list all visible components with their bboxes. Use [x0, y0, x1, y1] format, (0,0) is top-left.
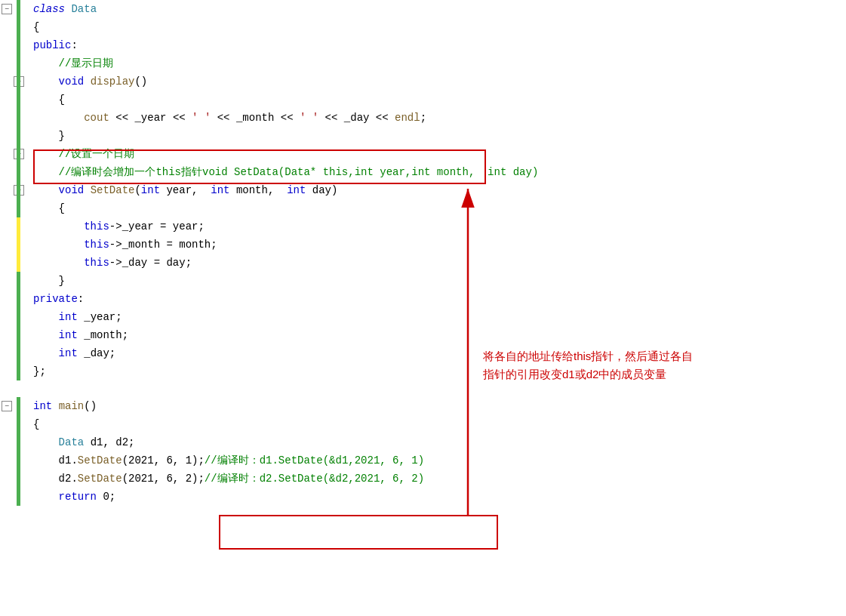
code-line-27: d2.SetDate(2021, 6, 2);//编译时：d2.SetDate(…: [0, 470, 846, 488]
line-gutter-10: [0, 163, 27, 181]
line-gutter-27: [0, 470, 27, 488]
line-gutter-4: [0, 54, 27, 72]
line-gutter-22: [0, 380, 27, 397]
line-gutter-11: −: [0, 181, 27, 199]
line-content-23: int main(): [27, 397, 846, 415]
code-line-15: this->_day = day;: [0, 254, 846, 272]
line-content-17: private:: [27, 290, 846, 308]
line-content-4: //显示日期: [27, 54, 846, 72]
code-line-25: Data d1, d2;: [0, 433, 846, 451]
line-content-28: return 0;: [27, 488, 846, 506]
code-line-19: int _month;: [0, 326, 846, 344]
line-gutter-9: −: [0, 145, 27, 163]
code-line-1: − class Data: [0, 0, 846, 18]
code-line-13: this->_year = year;: [0, 217, 846, 236]
line-gutter-17: [0, 290, 27, 308]
line-content-24: {: [27, 415, 846, 433]
code-line-2: {: [0, 18, 846, 36]
code-line-6: {: [0, 91, 846, 109]
code-line-11: − void SetDate(int year, int month, int …: [0, 181, 846, 199]
code-line-8: }: [0, 127, 846, 145]
line-gutter-21: [0, 362, 27, 380]
line-gutter-25: [0, 433, 27, 451]
line-content-15: this->_day = day;: [27, 254, 846, 272]
line-content-1: class Data: [27, 0, 846, 18]
code-line-4: //显示日期: [0, 54, 846, 72]
code-line-5: − void display(): [0, 72, 846, 91]
code-line-26: d1.SetDate(2021, 6, 1);//编译时：d1.SetDate(…: [0, 451, 846, 470]
line-gutter-28: [0, 488, 27, 506]
line-gutter-1: −: [0, 0, 27, 18]
line-content-5: void display(): [27, 72, 846, 91]
line-content-18: int _year;: [27, 308, 846, 326]
line-content-3: public:: [27, 36, 846, 54]
code-line-23: − int main(): [0, 397, 846, 415]
chinese-annotation: 将各自的地址传给this指针，然后通过各自 指针的引用改变d1或d2中的成员变量: [483, 347, 755, 383]
line-content-6: {: [27, 91, 846, 109]
line-gutter-14: [0, 236, 27, 254]
line-gutter-24: [0, 415, 27, 433]
code-line-14: this->_month = month;: [0, 236, 846, 254]
line-gutter-18: [0, 308, 27, 326]
line-content-2: {: [27, 18, 846, 36]
fold-minus-1[interactable]: −: [2, 4, 12, 14]
line-gutter-19: [0, 326, 27, 344]
line-content-16: }: [27, 272, 846, 290]
code-line-17: private:: [0, 290, 846, 308]
line-content-8: }: [27, 127, 846, 145]
line-gutter-8: [0, 127, 27, 145]
line-content-11: void SetDate(int year, int month, int da…: [27, 181, 846, 199]
line-gutter-3: [0, 36, 27, 54]
code-line-12: {: [0, 199, 846, 217]
line-gutter-12: [0, 199, 27, 217]
line-gutter-13: [0, 217, 27, 236]
line-content-27: d2.SetDate(2021, 6, 2);//编译时：d2.SetDate(…: [27, 470, 846, 488]
line-gutter-26: [0, 451, 27, 470]
line-content-10: //编译时会增加一个this指针void SetData(Data* this,…: [27, 163, 846, 181]
annotation-box-bottom: [219, 515, 498, 550]
line-content-14: this->_month = month;: [27, 236, 846, 254]
code-line-18: int _year;: [0, 308, 846, 326]
line-gutter-23: −: [0, 397, 27, 415]
fold-minus-23[interactable]: −: [2, 401, 12, 411]
code-line-3: public:: [0, 36, 846, 54]
line-gutter-2: [0, 18, 27, 36]
line-content-12: {: [27, 199, 846, 217]
code-line-24: {: [0, 415, 846, 433]
line-gutter-6: [0, 91, 27, 109]
line-gutter-20: [0, 344, 27, 362]
line-gutter-16: [0, 272, 27, 290]
code-editor: − class Data { public: //显示日期 − void dis…: [0, 0, 846, 616]
line-gutter-15: [0, 254, 27, 272]
line-content-9: //设置一个日期: [27, 145, 846, 163]
line-content-13: this->_year = year;: [27, 217, 846, 236]
line-content-7: cout << _year << ' ' << _month << ' ' <<…: [27, 109, 846, 127]
code-line-9: − //设置一个日期: [0, 145, 846, 163]
line-gutter-5: −: [0, 72, 27, 91]
line-gutter-7: [0, 109, 27, 127]
code-line-28: return 0;: [0, 488, 846, 506]
code-line-10: //编译时会增加一个this指针void SetData(Data* this,…: [0, 163, 846, 181]
code-line-16: }: [0, 272, 846, 290]
line-content-26: d1.SetDate(2021, 6, 1);//编译时：d1.SetDate(…: [27, 451, 846, 470]
line-content-19: int _month;: [27, 326, 846, 344]
code-line-7: cout << _year << ' ' << _month << ' ' <<…: [0, 109, 846, 127]
line-content-25: Data d1, d2;: [27, 433, 846, 451]
